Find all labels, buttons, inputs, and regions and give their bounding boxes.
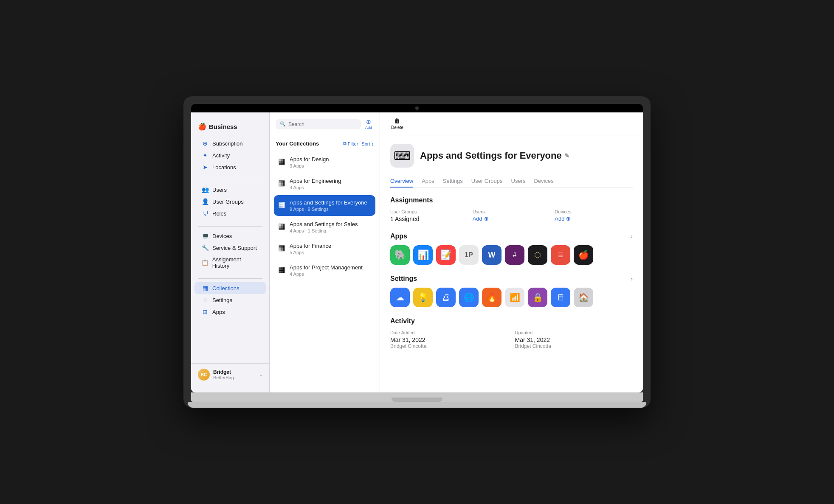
collection-item-sales[interactable]: ▦ Apps and Settings for Sales 4 Apps · 1… [274, 217, 375, 238]
laptop-hinge [392, 398, 442, 402]
collection-name: Apps and Settings for Everyone [290, 199, 367, 206]
collection-item-engineering[interactable]: ▦ Apps for Engineering 4 Apps [274, 174, 375, 194]
tab-users[interactable]: Users [511, 175, 526, 188]
collection-meta: 4 Apps [290, 185, 341, 190]
collection-info: Apps and Settings for Sales 4 Apps · 1 S… [290, 221, 358, 233]
sidebar-item-devices[interactable]: 💻 Devices [194, 230, 266, 242]
settings-icon-wifi: 📶 [505, 288, 524, 307]
sidebar-item-label: Locations [212, 164, 236, 171]
apple-logo: 🍎 [198, 123, 206, 131]
sidebar-section-3: 💻 Devices 🔧 Service & Support 📋 Assignme… [191, 230, 269, 272]
users-add-button[interactable]: Add ⊕ [473, 216, 551, 222]
detail-toolbar: 🗑 Delete [380, 112, 643, 135]
app-icon-1password: 1P [459, 245, 479, 265]
locations-icon: ➤ [201, 164, 209, 171]
history-icon: 📋 [201, 259, 209, 266]
detail-title-row: ⌨ Apps and Settings for Everyone ✎ [390, 144, 633, 168]
settings-section-title: Settings [390, 275, 417, 283]
date-added-value: Mar 31, 2022 [390, 336, 508, 343]
user-footer[interactable]: BC Bridget BetterBag ⌄ [191, 363, 269, 386]
filter-label: Filter [348, 141, 358, 146]
updated-value: Mar 31, 2022 [515, 336, 633, 343]
date-added-label: Date Added [390, 330, 508, 335]
collection-meta: 5 Apps [290, 250, 331, 255]
collection-info: Apps and Settings for Everyone 9 Apps · … [290, 199, 367, 212]
brand: 🍎 Business [191, 119, 269, 137]
filter-icon: ⧉ [343, 141, 347, 146]
collection-item-design[interactable]: ▦ Apps for Design 3 Apps [274, 152, 375, 173]
sort-label: Sort [361, 141, 370, 146]
chevron-icon: ⌄ [259, 372, 262, 377]
sidebar-item-label: Subscription [212, 140, 243, 147]
collection-big-icon: ⌨ [390, 144, 414, 168]
sidebar-item-users[interactable]: 👥 Users [194, 184, 266, 196]
user-name: Bridget [213, 369, 256, 375]
tab-settings[interactable]: Settings [443, 175, 463, 188]
sidebar-item-label: Apps [212, 309, 225, 315]
collection-item-everyone[interactable]: ▦ Apps and Settings for Everyone 9 Apps … [274, 195, 375, 216]
detail-panel: 🗑 Delete ⌨ Apps and Settings for Everyon… [380, 112, 643, 392]
divider-3 [198, 278, 262, 279]
tab-apps[interactable]: Apps [422, 175, 434, 188]
detail-name: Apps and Settings for Everyone ✎ [420, 150, 569, 161]
apps-arrow-icon[interactable]: › [631, 233, 633, 240]
collection-name: Apps for Design [290, 156, 329, 162]
sidebar-item-label: User Groups [212, 199, 244, 205]
tab-user-groups[interactable]: User Groups [471, 175, 503, 188]
collections-actions: ⧉ Filter Sort ↕ [343, 141, 374, 146]
collection-item-finance[interactable]: ▦ Apps for Finance 5 Apps [274, 238, 375, 259]
settings-arrow-icon[interactable]: › [631, 275, 633, 282]
detail-content: ⌨ Apps and Settings for Everyone ✎ Overv… [380, 135, 643, 392]
sidebar: 🍎 Business ⊕ Subscription ✦ Activity ➤ L… [191, 112, 270, 392]
search-box[interactable]: 🔍 [276, 119, 361, 129]
app-icon-evernote: 🐘 [390, 245, 410, 265]
sidebar-item-activity[interactable]: ✦ Activity [194, 149, 266, 161]
delete-button[interactable]: 🗑 Delete [389, 117, 406, 131]
devices-add-button[interactable]: Add ⊕ [555, 216, 633, 222]
collection-info: Apps for Project Management 4 Apps [290, 264, 363, 277]
add-label: Add [365, 126, 372, 130]
sidebar-item-roles[interactable]: 🗨 Roles [194, 207, 266, 219]
sidebar-item-collections[interactable]: ▦ Collections [194, 282, 266, 294]
sidebar-item-user-groups[interactable]: 👤 User Groups [194, 196, 266, 207]
assignment-user-groups: User Groups 1 Assigned [390, 209, 468, 222]
sidebar-item-service-support[interactable]: 🔧 Service & Support [194, 242, 266, 254]
roles-icon: 🗨 [201, 210, 209, 217]
assignments-grid: User Groups 1 Assigned Users Add ⊕ Devic… [390, 209, 633, 222]
collection-name: Apps for Project Management [290, 264, 363, 271]
add-circle-icon: ⊕ [484, 216, 489, 222]
sidebar-item-locations[interactable]: ➤ Locations [194, 161, 266, 173]
sidebar-item-subscription[interactable]: ⊕ Subscription [194, 137, 266, 149]
detail-tabs: Overview Apps Settings User Groups Users… [390, 175, 633, 188]
tab-overview[interactable]: Overview [390, 175, 413, 188]
tab-devices[interactable]: Devices [534, 175, 553, 188]
service-icon: 🔧 [201, 244, 209, 251]
search-input[interactable] [288, 121, 357, 127]
collections-title: Your Collections [276, 140, 319, 147]
sidebar-item-label: Collections [212, 285, 239, 291]
updated-by: Bridget Cincotta [515, 343, 633, 349]
sort-button[interactable]: Sort ↕ [361, 141, 374, 146]
user-groups-icon: 👤 [201, 198, 209, 205]
divider-1 [198, 180, 262, 180]
devices-label: Devices [555, 209, 633, 214]
assignment-devices: Devices Add ⊕ [555, 209, 633, 222]
settings-icon-icloud: ☁ [390, 288, 410, 307]
collection-name: Apps for Finance [290, 243, 331, 249]
activity-grid: Date Added Mar 31, 2022 Bridget Cincotta… [390, 330, 633, 349]
sidebar-item-assignment-history[interactable]: 📋 Assignment History [194, 254, 266, 272]
filter-button[interactable]: ⧉ Filter [343, 141, 358, 146]
edit-pencil-icon[interactable]: ✎ [564, 152, 569, 159]
collection-item-project[interactable]: ▦ Apps for Project Management 4 Apps [274, 260, 375, 281]
add-button[interactable]: ⊕ Add [363, 118, 374, 131]
collections-panel: 🔍 ⊕ Add Your Collections ⧉ Filter [270, 112, 380, 392]
sidebar-item-apps[interactable]: ⊞ Apps [194, 306, 266, 318]
settings-icons-row: ☁ 💡 🖨 🌐 🔥 📶 🔒 🖥 🏠 [390, 288, 633, 307]
collection-info: Apps for Design 3 Apps [290, 156, 329, 168]
sidebar-item-settings[interactable]: ≡ Settings [194, 294, 266, 306]
settings-icon-screen: 🖥 [551, 288, 570, 307]
add-circle-icon: ⊕ [566, 216, 571, 222]
assignments-header: Assignments [390, 196, 633, 204]
settings-icon-web: 🌐 [459, 288, 479, 307]
collection-grid-icon: ▦ [278, 265, 285, 274]
